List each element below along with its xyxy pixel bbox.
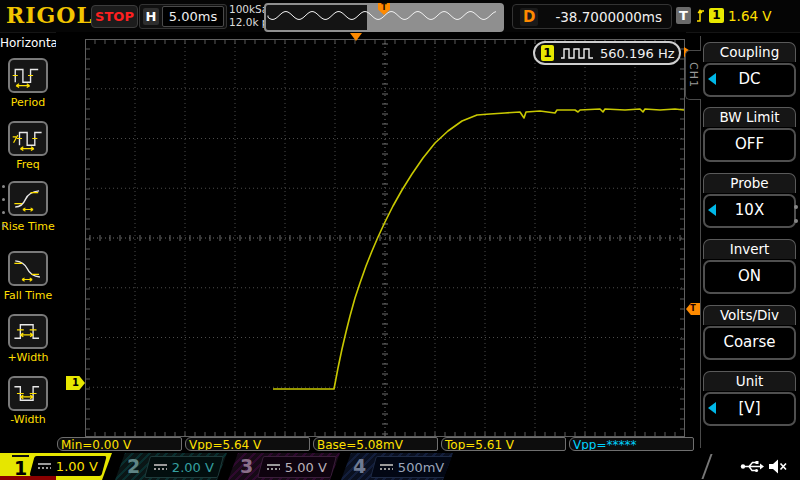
- invert-value[interactable]: ON: [703, 260, 796, 294]
- channel-4-scale-box: 500mV: [370, 456, 454, 478]
- ch1-ground-marker[interactable]: 1: [66, 376, 85, 390]
- channel-tab-label: CH1: [687, 62, 700, 88]
- dc-coupling-icon: [38, 463, 51, 469]
- menu-page-dot: [794, 205, 798, 209]
- channel-3-digit: 3: [240, 455, 253, 477]
- trigger-readout: T 1 1.64 V: [676, 4, 798, 27]
- minus-width-button[interactable]: [8, 376, 48, 411]
- delay-readout: D -38.7000000ms: [512, 4, 672, 29]
- square-wave-icon: [560, 46, 594, 60]
- left-scroll-dot: [2, 198, 5, 201]
- plus-width-button[interactable]: [8, 314, 48, 349]
- softkey-coupling[interactable]: Coupling DC: [703, 42, 796, 97]
- channel-3-tab[interactable]: 3 5.00 V: [228, 453, 340, 480]
- freq-icon: [11, 125, 45, 152]
- measurement-top[interactable]: Top=5.61 V: [441, 437, 566, 451]
- measurement-vpp2[interactable]: Vpp=*****: [569, 437, 694, 451]
- dc-coupling-icon: [154, 464, 167, 470]
- probe-label: Probe: [703, 173, 796, 193]
- period-label: Period: [0, 96, 56, 109]
- horizontal-label: H: [143, 8, 159, 25]
- invert-label: Invert: [703, 239, 796, 259]
- softkey-probe[interactable]: Probe 10X: [703, 173, 796, 228]
- counter-channel-badge: 1: [541, 45, 554, 61]
- measurement-vpp[interactable]: Vpp=5.64 V: [185, 437, 310, 451]
- selector-arrow-icon: [708, 73, 716, 85]
- period-icon: [11, 62, 45, 89]
- run-state-badge: STOP: [91, 5, 138, 28]
- right-menu-channel-tab: CH1: [685, 50, 701, 100]
- bw-limit-value[interactable]: OFF: [703, 128, 796, 162]
- bottom-divider: [701, 454, 712, 479]
- trigger-level-value: 1.64 V: [728, 8, 772, 24]
- rise-time-icon: [11, 185, 45, 212]
- dc-coupling-icon: [267, 464, 280, 470]
- softkey-bw-limit[interactable]: BW Limit OFF: [703, 107, 796, 162]
- horizontal-scale-value: 5.00ms: [162, 6, 224, 27]
- volts-div-label: Volts/Div: [703, 305, 796, 325]
- minus-width-label: -Width: [0, 413, 56, 426]
- dc-coupling-icon: [380, 464, 393, 470]
- unit-label: Unit: [703, 371, 796, 391]
- top-status-bar: RIGOL STOP H 5.00ms 100kSa/s 12.0k pts T…: [0, 0, 800, 33]
- fall-time-label: Fall Time: [0, 289, 56, 302]
- coupling-label: Coupling: [703, 42, 796, 62]
- trigger-label: T: [676, 7, 691, 24]
- fall-time-button[interactable]: [8, 251, 48, 286]
- brand-logo: RIGOL: [6, 2, 93, 28]
- plus-width-icon: [11, 318, 45, 345]
- softkey-invert[interactable]: Invert ON: [703, 239, 796, 294]
- channel-1-underline: [0, 476, 56, 480]
- channel-4-digit: 4: [353, 455, 366, 477]
- channel-2-digit: 2: [127, 455, 140, 477]
- rise-time-label: Rise Time: [0, 220, 56, 233]
- usb-icon: [740, 458, 766, 475]
- left-scroll-dot: [2, 211, 5, 214]
- counter-value: 560.196 Hz: [600, 46, 675, 61]
- trigger-level-marker[interactable]: T: [686, 303, 700, 315]
- delay-value: -38.7000000ms: [546, 9, 671, 25]
- waveform-display: 1 560.196 Hz 1 Min=0.00 V Vpp=5.64 V Bas…: [56, 32, 686, 452]
- delay-label: D: [520, 8, 538, 26]
- softkey-unit[interactable]: Unit [V]: [703, 371, 796, 426]
- unit-value[interactable]: [V]: [703, 392, 796, 426]
- channel-4-tab[interactable]: 4 500mV: [341, 453, 453, 480]
- probe-value[interactable]: 10X: [703, 194, 796, 228]
- bw-limit-label: BW Limit: [703, 107, 796, 127]
- trigger-source-badge: 1: [709, 8, 724, 23]
- softkey-volts-div[interactable]: Volts/Div Coarse: [703, 305, 796, 360]
- left-scroll-dot: [2, 224, 5, 227]
- menu-page-dot: [794, 219, 798, 223]
- frequency-counter: 1 560.196 Hz: [533, 41, 681, 65]
- rise-time-button[interactable]: [8, 181, 48, 216]
- left-scroll-dot: [2, 185, 5, 188]
- waveform-position-preview[interactable]: T: [264, 3, 504, 32]
- measurement-bar: Min=0.00 V Vpp=5.64 V Base=5.08mV Top=5.…: [57, 437, 694, 451]
- measurement-min[interactable]: Min=0.00 V: [57, 437, 182, 451]
- channel-3-scale-box: 5.00 V: [257, 456, 337, 478]
- freq-label: Freq: [0, 158, 56, 171]
- speaker-muted-icon: [768, 457, 788, 476]
- freq-button[interactable]: [8, 121, 48, 156]
- channel-status-bar: 1 1.00 V 2 2.00 V 3 5.00 V 4 500mV: [0, 453, 800, 480]
- selector-arrow-icon: [708, 402, 716, 414]
- measurement-base[interactable]: Base=5.08mV: [313, 437, 438, 451]
- left-menu-title: Horizontal: [0, 36, 56, 50]
- coupling-value[interactable]: DC: [703, 63, 796, 97]
- minus-width-icon: [11, 380, 45, 407]
- graticule-and-trace: [85, 39, 685, 437]
- oscilloscope-screen: RIGOL STOP H 5.00ms 100kSa/s 12.0k pts T…: [0, 0, 800, 480]
- fall-time-icon: [11, 255, 45, 282]
- channel-2-tab[interactable]: 2 2.00 V: [115, 453, 227, 480]
- period-button[interactable]: [8, 58, 48, 93]
- channel-1-scale-box: 1.00 V: [29, 456, 106, 476]
- horizontal-scale-box[interactable]: H 5.00ms: [139, 4, 227, 29]
- rising-edge-icon: [695, 7, 705, 24]
- plus-width-label: +Width: [0, 351, 56, 364]
- trigger-position-marker[interactable]: [350, 33, 362, 41]
- selector-arrow-icon: [708, 204, 716, 216]
- volts-div-value[interactable]: Coarse: [703, 326, 796, 360]
- channel-2-scale-box: 2.00 V: [144, 456, 224, 478]
